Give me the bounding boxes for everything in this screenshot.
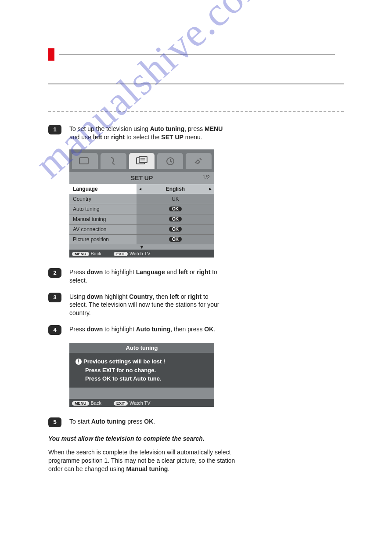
closing-paragraph: When the search is complete the televisi…	[48, 448, 237, 473]
svg-line-7	[170, 161, 172, 162]
osd-title: SET UP	[131, 174, 153, 181]
osd-row-value: OK	[137, 204, 214, 214]
instruction-line: Press OK to start Auto tune.	[76, 374, 208, 383]
osd-row-label: Manual tuning	[69, 214, 137, 224]
step-text: To start Auto tuning press OK.	[69, 417, 224, 426]
footer-watch: EXITWatch TV	[114, 251, 151, 256]
scroll-down-arrow-icon: ▼	[69, 244, 214, 250]
osd-row-value: ◄English►	[137, 184, 214, 194]
svg-rect-0	[79, 158, 88, 164]
auto-tuning-dialog-screenshot: Auto tuning !Previous settings will be l…	[69, 343, 214, 407]
osd-row-value: OK	[137, 214, 214, 224]
ok-pill: OK	[169, 207, 182, 211]
osd2-body: !Previous settings will be lost ! Press …	[69, 353, 214, 388]
osd-row: Manual tuningOK	[69, 214, 214, 224]
osd-footer: MENUBack EXITWatch TV	[69, 250, 214, 258]
ok-pill: OK	[169, 217, 182, 221]
osd-row-label: Language	[69, 184, 137, 194]
svg-rect-2	[139, 156, 147, 163]
red-header-mark	[48, 48, 54, 61]
step-number: 4	[48, 325, 61, 335]
step-text: Press down to highlight Auto tuning, the…	[69, 325, 224, 334]
arrow-left-icon: ◄	[138, 187, 142, 191]
tab-feature-icon	[186, 153, 212, 169]
osd-page-indicator: 1/2	[202, 174, 210, 181]
header-rule	[59, 54, 335, 55]
osd-row-label: Picture position	[69, 235, 137, 244]
step-number: 2	[48, 268, 61, 278]
osd-tabs	[69, 149, 214, 172]
osd-row: CountryUK	[69, 194, 214, 204]
step-2: 2 Press down to highlight Language and l…	[48, 268, 224, 285]
footer-watch: EXITWatch TV	[114, 400, 151, 406]
osd-row-value: UK	[137, 194, 214, 204]
emphasis-note: You must allow the television to complet…	[48, 435, 241, 442]
tab-sound-icon	[101, 153, 126, 169]
warning-icon: !	[76, 359, 82, 365]
step-5: 5 To start Auto tuning press OK.	[48, 417, 224, 427]
tab-timer-icon	[157, 153, 183, 169]
ok-pill: OK	[169, 227, 182, 232]
osd-title-bar: SET UP 1/2	[69, 172, 214, 184]
osd2-spacer	[69, 388, 214, 399]
section-rule-dashed	[48, 111, 344, 112]
footer-back: MENUBack	[72, 400, 101, 406]
tab-picture-icon	[72, 153, 98, 169]
step-number: 1	[48, 125, 61, 134]
osd-row-label: Auto tuning	[69, 204, 137, 214]
osd-row: AV connectionOK	[69, 224, 214, 234]
osd-row-label: AV connection	[69, 225, 137, 234]
step-number: 5	[48, 417, 61, 427]
exit-pill: EXIT	[114, 252, 128, 256]
step-number: 3	[48, 293, 61, 302]
footer-back: MENUBack	[72, 251, 101, 256]
osd-row-value: OK	[137, 235, 214, 244]
osd-row: Language◄English►	[69, 184, 214, 194]
menu-pill: MENU	[72, 252, 89, 256]
osd2-title: Auto tuning	[69, 343, 214, 353]
osd-row: Picture positionOK	[69, 234, 214, 244]
step-1: 1 To set up the television using Auto tu…	[48, 125, 224, 141]
osd-rows: Language◄English►CountryUKAuto tuningOKM…	[69, 184, 214, 244]
ok-pill: OK	[169, 237, 182, 242]
step-4: 4 Press down to highlight Auto tuning, t…	[48, 325, 224, 335]
warning-line: !Previous settings will be lost !	[76, 357, 208, 366]
step-3: 3 Using down highlight Country, then lef…	[48, 293, 224, 318]
setup-menu-screenshot: SET UP 1/2 Language◄English►CountryUKAut…	[69, 149, 214, 258]
menu-pill: MENU	[72, 401, 89, 406]
step-text: To set up the television using Auto tuni…	[69, 125, 224, 141]
tab-setup-icon	[129, 153, 155, 169]
instruction-line: Press EXIT for no change.	[76, 366, 208, 375]
exit-pill: EXIT	[114, 401, 128, 406]
step-text: Press down to highlight Language and lef…	[69, 268, 224, 285]
arrow-right-icon: ►	[209, 187, 212, 191]
osd-row-label: Country	[69, 194, 137, 204]
osd2-footer: MENUBack EXITWatch TV	[69, 399, 214, 407]
osd-row-value: OK	[137, 225, 214, 234]
section-rule-solid	[48, 83, 344, 84]
step-text: Using down highlight Country, then left …	[69, 293, 224, 318]
osd-row: Auto tuningOK	[69, 204, 214, 214]
